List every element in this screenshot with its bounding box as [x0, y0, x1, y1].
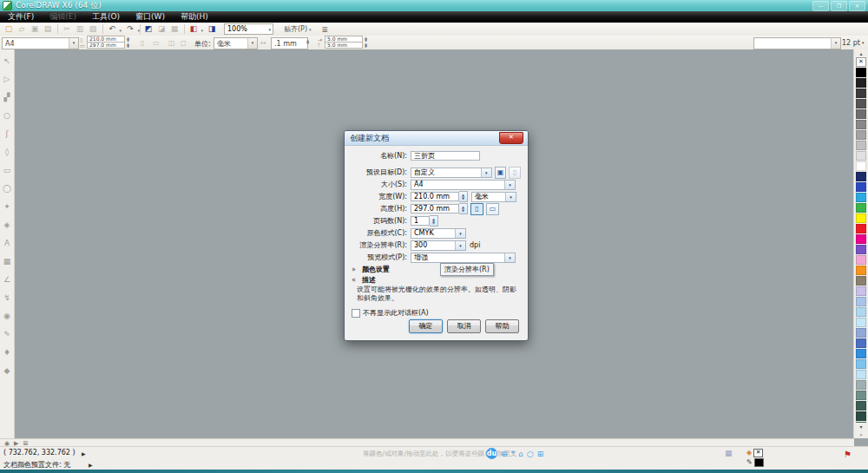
print-icon[interactable]: ▤	[42, 23, 54, 35]
landscape-button[interactable]: ▭	[153, 39, 160, 47]
color-settings-section[interactable]: » 颜色设置	[352, 264, 521, 274]
rectangle-tool-icon[interactable]: ▭	[2, 162, 12, 181]
close-button[interactable]: ✕	[849, 1, 865, 11]
new-document-icon[interactable]: ▢	[3, 23, 15, 35]
font-list-combo[interactable]: ▾	[753, 37, 841, 49]
polygon-tool-icon[interactable]: ✦	[2, 199, 12, 217]
menu-tools[interactable]: 工具(O)	[84, 11, 128, 23]
preset-combo[interactable]: 自定义▾	[411, 168, 492, 178]
color-swatch[interactable]	[856, 318, 866, 327]
palette-scroll-down[interactable]: ▾	[857, 423, 866, 430]
color-swatch[interactable]	[856, 68, 866, 77]
help-button[interactable]: 帮助	[485, 319, 519, 333]
table-tool-icon[interactable]: ▦	[2, 253, 12, 272]
cut-icon[interactable]: ✂	[61, 23, 73, 35]
color-swatch[interactable]	[856, 276, 866, 286]
color-swatch[interactable]	[856, 297, 866, 306]
description-section[interactable]: « 描述	[352, 274, 521, 285]
preview-mode-combo[interactable]: 增强▾	[411, 253, 516, 263]
smart-fill-tool-icon[interactable]: ◊	[2, 144, 12, 162]
color-swatch[interactable]	[856, 161, 866, 171]
color-swatch[interactable]	[856, 401, 866, 411]
expand-arrow-icon[interactable]: ▶	[89, 462, 93, 468]
ellipse-tool-icon[interactable]: ◯	[2, 181, 12, 199]
undo-icon[interactable]: ↶	[106, 23, 118, 35]
zoom-level-combo[interactable]: 100% ▾	[224, 23, 273, 35]
portrait-button[interactable]: ▯	[141, 39, 144, 47]
dimension-tool-icon[interactable]: ∠	[2, 272, 12, 290]
spinner[interactable]: ▲▼	[125, 43, 131, 48]
color-swatch[interactable]	[856, 255, 866, 265]
preset-save-icon[interactable]: ▣	[495, 167, 507, 179]
pick-tool-icon[interactable]: ↖	[2, 53, 12, 71]
color-swatch[interactable]	[856, 245, 866, 254]
copy-icon[interactable]: ▥	[74, 23, 86, 35]
no-color-swatch[interactable]: ✕	[856, 57, 866, 67]
options-icon[interactable]: ≣	[322, 25, 329, 34]
fill-tool-icon[interactable]: ◆	[2, 363, 12, 381]
width-unit-combo[interactable]: 毫米▾	[471, 192, 516, 202]
dont-show-again-checkbox[interactable]	[352, 309, 360, 318]
color-swatch[interactable]	[856, 370, 866, 379]
spinner[interactable]: ▲▼	[305, 39, 311, 44]
size-combo[interactable]: A4▾	[411, 180, 516, 190]
resolution-combo[interactable]: 300▾	[411, 240, 466, 251]
redo-icon[interactable]: ↷	[124, 23, 136, 35]
font-size-combo[interactable]: 12 pt ▾	[839, 37, 868, 48]
duplicate-y-input[interactable]: 5.0 mm	[325, 42, 363, 49]
save-icon[interactable]: ▣	[29, 23, 41, 35]
preset-delete-icon[interactable]: ▯	[509, 167, 521, 179]
export-icon[interactable]: ◪	[155, 23, 168, 35]
open-icon[interactable]: ▱	[16, 23, 28, 35]
color-swatch[interactable]	[856, 130, 866, 140]
color-swatch[interactable]	[856, 141, 866, 150]
connector-tool-icon[interactable]: ↯	[2, 290, 12, 308]
menu-file[interactable]: 文件(F)	[0, 11, 42, 23]
menu-edit[interactable]: 编辑(E)	[42, 11, 84, 23]
width-spinner[interactable]: ▲▼	[459, 191, 468, 202]
color-swatch[interactable]	[856, 89, 866, 98]
pages-input[interactable]: 1	[411, 216, 430, 226]
zoom-tool-icon[interactable]: ○	[2, 108, 12, 126]
color-swatch[interactable]	[856, 120, 866, 129]
color-swatch[interactable]	[856, 380, 866, 390]
width-input[interactable]: 210.0 mm	[411, 192, 459, 201]
paste-icon[interactable]: ▨	[87, 23, 99, 35]
page-height-input[interactable]: 297.0 mm	[87, 42, 125, 49]
landscape-orientation-button[interactable]: ▭	[486, 203, 499, 215]
dialog-close-button[interactable]: ✕	[499, 132, 523, 144]
color-swatch[interactable]	[856, 359, 866, 369]
import-icon[interactable]: ◩	[142, 23, 155, 35]
spinner[interactable]: ▲▼	[363, 43, 369, 48]
basic-shapes-tool-icon[interactable]: ◈	[2, 217, 12, 235]
freehand-tool-icon[interactable]: ʃ	[2, 126, 12, 144]
color-swatch[interactable]	[856, 349, 866, 358]
maximize-button[interactable]: ❐	[831, 1, 847, 11]
pages-spinner[interactable]: ▲▼	[430, 215, 438, 227]
color-swatch[interactable]	[856, 307, 866, 317]
menu-window[interactable]: 窗口(W)	[128, 11, 173, 23]
color-swatch[interactable]	[856, 234, 866, 244]
height-input[interactable]: 297.0 mm	[411, 204, 459, 214]
current-page-button[interactable]: ◻	[181, 39, 187, 47]
color-swatch[interactable]	[856, 286, 866, 296]
height-spinner[interactable]: ▲▼	[459, 203, 468, 214]
color-swatch[interactable]	[856, 182, 866, 192]
color-swatch[interactable]	[856, 266, 866, 275]
text-tool-icon[interactable]: A	[2, 235, 12, 253]
portrait-orientation-button[interactable]: ▯	[470, 203, 483, 215]
menu-help[interactable]: 帮助(H)	[173, 11, 216, 23]
color-swatch[interactable]	[856, 109, 866, 119]
color-swatch[interactable]	[856, 411, 866, 421]
color-swatch[interactable]	[856, 193, 866, 202]
color-swatch[interactable]	[856, 78, 866, 88]
color-mode-combo[interactable]: CMYK▾	[411, 228, 466, 239]
color-swatch[interactable]	[856, 391, 866, 400]
color-swatch[interactable]	[856, 338, 866, 348]
color-swatch[interactable]	[856, 214, 866, 223]
shape-tool-icon[interactable]: ▷	[2, 71, 12, 89]
minimize-button[interactable]: —	[812, 1, 829, 11]
nudge-offset-input[interactable]: .1 mm	[271, 37, 308, 49]
snap-to-menu[interactable]: 贴齐(P)▾	[284, 24, 312, 34]
expand-arrow-icon[interactable]: ▶	[82, 450, 86, 457]
